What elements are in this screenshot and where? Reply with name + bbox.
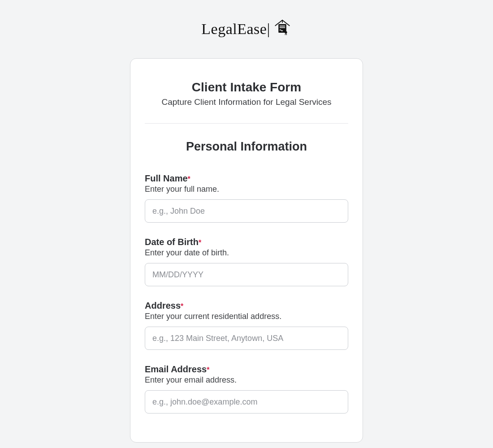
email-input[interactable]	[145, 390, 348, 414]
full-name-desc: Enter your full name.	[145, 185, 348, 194]
required-mark: *	[181, 302, 183, 310]
required-mark: *	[199, 239, 201, 246]
field-dob: Date of Birth* Enter your date of birth.	[145, 237, 348, 286]
page-header: LegalEase|	[0, 18, 493, 40]
section-title: Personal Information	[145, 140, 348, 154]
brand-logo: LegalEase|	[201, 18, 291, 40]
full-name-label: Full Name	[145, 173, 188, 183]
form-subtitle: Capture Client Information for Legal Ser…	[145, 97, 348, 107]
required-mark: *	[188, 175, 190, 183]
brand-name: LegalEase|	[201, 21, 270, 38]
required-mark: *	[207, 366, 209, 374]
field-email: Email Address* Enter your email address.	[145, 364, 348, 414]
email-desc: Enter your email address.	[145, 375, 348, 385]
intake-form-card: Client Intake Form Capture Client Inform…	[130, 58, 363, 443]
address-label: Address	[145, 301, 181, 310]
address-input[interactable]	[145, 327, 348, 350]
house-document-icon	[273, 18, 292, 40]
svg-point-3	[285, 31, 287, 34]
svg-rect-1	[280, 26, 285, 26]
form-title: Client Intake Form	[145, 80, 348, 95]
card-header: Client Intake Form Capture Client Inform…	[145, 80, 348, 124]
svg-rect-2	[280, 27, 285, 28]
full-name-input[interactable]	[145, 199, 348, 223]
svg-rect-0	[278, 24, 286, 33]
email-label: Email Address	[145, 364, 207, 374]
address-desc: Enter your current residential address.	[145, 312, 348, 321]
dob-input[interactable]	[145, 263, 348, 286]
dob-label: Date of Birth	[145, 237, 199, 247]
field-full-name: Full Name* Enter your full name.	[145, 173, 348, 223]
field-address: Address* Enter your current residential …	[145, 301, 348, 350]
dob-desc: Enter your date of birth.	[145, 248, 348, 258]
